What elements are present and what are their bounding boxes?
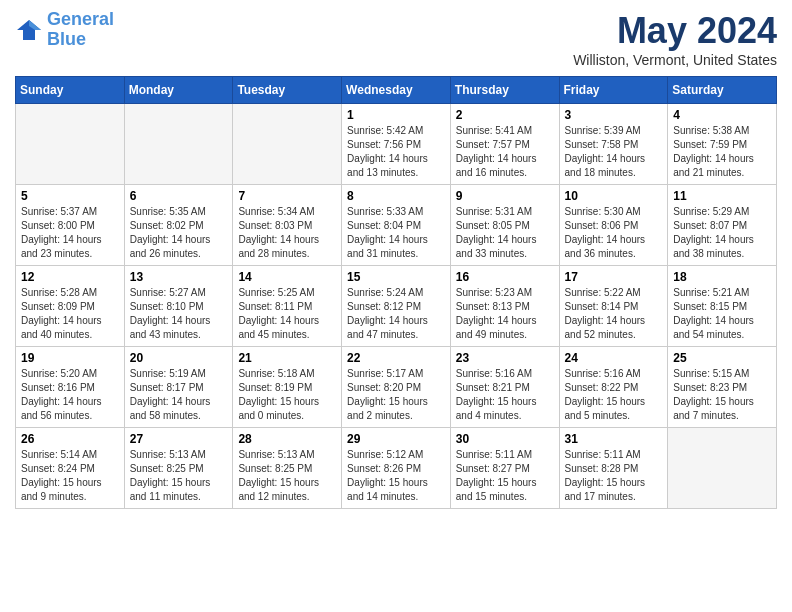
day-number: 27 [130,432,228,446]
day-number: 8 [347,189,445,203]
calendar-cell: 5Sunrise: 5:37 AM Sunset: 8:00 PM Daylig… [16,185,125,266]
calendar-cell: 6Sunrise: 5:35 AM Sunset: 8:02 PM Daylig… [124,185,233,266]
day-number: 18 [673,270,771,284]
weekday-header: Sunday [16,77,125,104]
calendar-cell: 9Sunrise: 5:31 AM Sunset: 8:05 PM Daylig… [450,185,559,266]
day-number: 29 [347,432,445,446]
calendar-cell: 28Sunrise: 5:13 AM Sunset: 8:25 PM Dayli… [233,428,342,509]
calendar-cell: 27Sunrise: 5:13 AM Sunset: 8:25 PM Dayli… [124,428,233,509]
day-number: 9 [456,189,554,203]
logo-text: General Blue [47,10,114,50]
day-info: Sunrise: 5:14 AM Sunset: 8:24 PM Dayligh… [21,448,119,504]
day-info: Sunrise: 5:39 AM Sunset: 7:58 PM Dayligh… [565,124,663,180]
weekday-header: Friday [559,77,668,104]
day-number: 20 [130,351,228,365]
day-info: Sunrise: 5:42 AM Sunset: 7:56 PM Dayligh… [347,124,445,180]
day-info: Sunrise: 5:38 AM Sunset: 7:59 PM Dayligh… [673,124,771,180]
calendar-cell: 4Sunrise: 5:38 AM Sunset: 7:59 PM Daylig… [668,104,777,185]
weekday-header: Thursday [450,77,559,104]
calendar-cell: 31Sunrise: 5:11 AM Sunset: 8:28 PM Dayli… [559,428,668,509]
weekday-header: Saturday [668,77,777,104]
day-info: Sunrise: 5:16 AM Sunset: 8:22 PM Dayligh… [565,367,663,423]
day-number: 14 [238,270,336,284]
logo-icon [15,16,43,44]
day-number: 7 [238,189,336,203]
day-info: Sunrise: 5:30 AM Sunset: 8:06 PM Dayligh… [565,205,663,261]
day-number: 25 [673,351,771,365]
calendar-cell: 23Sunrise: 5:16 AM Sunset: 8:21 PM Dayli… [450,347,559,428]
day-number: 30 [456,432,554,446]
day-info: Sunrise: 5:28 AM Sunset: 8:09 PM Dayligh… [21,286,119,342]
day-number: 6 [130,189,228,203]
day-info: Sunrise: 5:31 AM Sunset: 8:05 PM Dayligh… [456,205,554,261]
day-number: 11 [673,189,771,203]
day-number: 10 [565,189,663,203]
calendar-cell: 30Sunrise: 5:11 AM Sunset: 8:27 PM Dayli… [450,428,559,509]
day-number: 4 [673,108,771,122]
calendar-cell: 21Sunrise: 5:18 AM Sunset: 8:19 PM Dayli… [233,347,342,428]
calendar-cell: 1Sunrise: 5:42 AM Sunset: 7:56 PM Daylig… [342,104,451,185]
day-info: Sunrise: 5:16 AM Sunset: 8:21 PM Dayligh… [456,367,554,423]
calendar-cell: 17Sunrise: 5:22 AM Sunset: 8:14 PM Dayli… [559,266,668,347]
day-info: Sunrise: 5:18 AM Sunset: 8:19 PM Dayligh… [238,367,336,423]
week-row: 1Sunrise: 5:42 AM Sunset: 7:56 PM Daylig… [16,104,777,185]
calendar-cell: 18Sunrise: 5:21 AM Sunset: 8:15 PM Dayli… [668,266,777,347]
calendar-cell: 26Sunrise: 5:14 AM Sunset: 8:24 PM Dayli… [16,428,125,509]
logo: General Blue [15,10,114,50]
day-number: 22 [347,351,445,365]
weekday-header: Wednesday [342,77,451,104]
day-number: 1 [347,108,445,122]
week-row: 12Sunrise: 5:28 AM Sunset: 8:09 PM Dayli… [16,266,777,347]
day-number: 16 [456,270,554,284]
day-info: Sunrise: 5:33 AM Sunset: 8:04 PM Dayligh… [347,205,445,261]
title-area: May 2024 Williston, Vermont, United Stat… [573,10,777,68]
day-number: 19 [21,351,119,365]
calendar-cell: 14Sunrise: 5:25 AM Sunset: 8:11 PM Dayli… [233,266,342,347]
day-info: Sunrise: 5:13 AM Sunset: 8:25 PM Dayligh… [130,448,228,504]
day-info: Sunrise: 5:37 AM Sunset: 8:00 PM Dayligh… [21,205,119,261]
day-info: Sunrise: 5:22 AM Sunset: 8:14 PM Dayligh… [565,286,663,342]
day-info: Sunrise: 5:23 AM Sunset: 8:13 PM Dayligh… [456,286,554,342]
day-info: Sunrise: 5:17 AM Sunset: 8:20 PM Dayligh… [347,367,445,423]
week-row: 19Sunrise: 5:20 AM Sunset: 8:16 PM Dayli… [16,347,777,428]
day-info: Sunrise: 5:13 AM Sunset: 8:25 PM Dayligh… [238,448,336,504]
weekday-header: Tuesday [233,77,342,104]
calendar-cell: 2Sunrise: 5:41 AM Sunset: 7:57 PM Daylig… [450,104,559,185]
calendar-cell: 29Sunrise: 5:12 AM Sunset: 8:26 PM Dayli… [342,428,451,509]
day-info: Sunrise: 5:27 AM Sunset: 8:10 PM Dayligh… [130,286,228,342]
day-number: 23 [456,351,554,365]
day-number: 26 [21,432,119,446]
day-number: 24 [565,351,663,365]
calendar-cell: 15Sunrise: 5:24 AM Sunset: 8:12 PM Dayli… [342,266,451,347]
week-row: 5Sunrise: 5:37 AM Sunset: 8:00 PM Daylig… [16,185,777,266]
day-info: Sunrise: 5:20 AM Sunset: 8:16 PM Dayligh… [21,367,119,423]
month-title: May 2024 [573,10,777,52]
calendar-cell: 11Sunrise: 5:29 AM Sunset: 8:07 PM Dayli… [668,185,777,266]
day-number: 17 [565,270,663,284]
week-row: 26Sunrise: 5:14 AM Sunset: 8:24 PM Dayli… [16,428,777,509]
calendar-cell [124,104,233,185]
calendar-cell: 16Sunrise: 5:23 AM Sunset: 8:13 PM Dayli… [450,266,559,347]
day-number: 15 [347,270,445,284]
calendar-cell: 13Sunrise: 5:27 AM Sunset: 8:10 PM Dayli… [124,266,233,347]
calendar-cell: 3Sunrise: 5:39 AM Sunset: 7:58 PM Daylig… [559,104,668,185]
day-number: 13 [130,270,228,284]
day-info: Sunrise: 5:11 AM Sunset: 8:27 PM Dayligh… [456,448,554,504]
calendar-cell [16,104,125,185]
calendar-cell: 10Sunrise: 5:30 AM Sunset: 8:06 PM Dayli… [559,185,668,266]
calendar-cell: 22Sunrise: 5:17 AM Sunset: 8:20 PM Dayli… [342,347,451,428]
calendar-cell: 24Sunrise: 5:16 AM Sunset: 8:22 PM Dayli… [559,347,668,428]
day-number: 3 [565,108,663,122]
day-info: Sunrise: 5:19 AM Sunset: 8:17 PM Dayligh… [130,367,228,423]
day-info: Sunrise: 5:29 AM Sunset: 8:07 PM Dayligh… [673,205,771,261]
calendar-cell: 12Sunrise: 5:28 AM Sunset: 8:09 PM Dayli… [16,266,125,347]
calendar-cell: 19Sunrise: 5:20 AM Sunset: 8:16 PM Dayli… [16,347,125,428]
weekday-header-row: SundayMondayTuesdayWednesdayThursdayFrid… [16,77,777,104]
day-info: Sunrise: 5:25 AM Sunset: 8:11 PM Dayligh… [238,286,336,342]
day-info: Sunrise: 5:15 AM Sunset: 8:23 PM Dayligh… [673,367,771,423]
calendar-cell: 8Sunrise: 5:33 AM Sunset: 8:04 PM Daylig… [342,185,451,266]
calendar-cell: 20Sunrise: 5:19 AM Sunset: 8:17 PM Dayli… [124,347,233,428]
day-number: 21 [238,351,336,365]
day-number: 12 [21,270,119,284]
day-number: 31 [565,432,663,446]
